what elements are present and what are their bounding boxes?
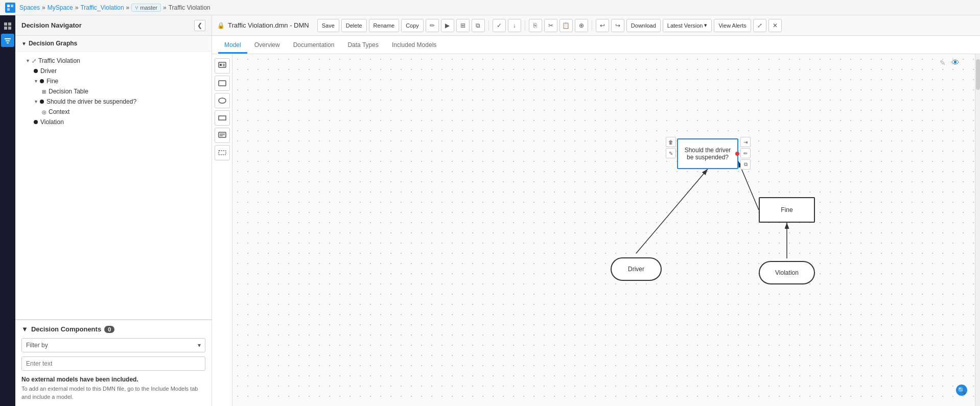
close-icon-btn[interactable]: ✕ (768, 19, 782, 32)
component-search-input[interactable] (21, 356, 205, 371)
node-suspended-label: Should the driverbe suspended? (685, 147, 731, 161)
breadcrumb-myspace[interactable]: MySpace (48, 4, 73, 11)
file-header: 🔒 Traffic Violation.dmn - DMN Save Delet… (212, 15, 980, 36)
tree-item-decision-table[interactable]: ⊞ Decision Table (15, 86, 212, 97)
delete-button[interactable]: Delete (341, 19, 367, 32)
tab-overview[interactable]: Overview (248, 38, 286, 54)
cut-icon-btn[interactable]: ✂ (544, 19, 557, 32)
nav-decision-icon[interactable] (1, 34, 14, 47)
breadcrumb-traffic-violation[interactable]: Traffic_Violation (80, 4, 124, 11)
node-driver[interactable]: Driver (611, 257, 662, 281)
tree-dot-suspended (40, 100, 44, 104)
tool-decision[interactable] (215, 76, 230, 91)
tabs-bar: Model Overview Documentation Data Types … (212, 36, 980, 54)
vertical-scrollbar[interactable] (975, 54, 980, 406)
tool-group[interactable] (215, 145, 230, 160)
tree-expand-icon: ▼ (26, 58, 30, 63)
node-should-suspended[interactable]: Should the driverbe suspended? (677, 138, 738, 169)
copy-button[interactable]: Copy (401, 19, 424, 32)
save-button[interactable]: Save (317, 19, 339, 32)
components-label: Decision Components (31, 325, 101, 333)
node-copy-icon[interactable]: ⧉ (740, 159, 751, 170)
tool-knowledge[interactable] (215, 110, 230, 126)
tool-text[interactable] (215, 128, 230, 143)
expand-icon-btn[interactable]: ⤢ (753, 19, 766, 32)
insert-icon-btn[interactable]: ⊕ (575, 19, 588, 32)
no-models-text: No external models have been included. (21, 376, 205, 383)
edit-icon-btn[interactable]: ✏ (426, 19, 439, 32)
components-arrow-icon: ▼ (21, 325, 28, 333)
context-icon: ◎ (42, 109, 46, 115)
components-header: ▼ Decision Components 0 (21, 325, 205, 333)
tab-model[interactable]: Model (218, 38, 247, 54)
tree-suspended-arrow: ▼ (34, 99, 38, 104)
node-info-icon[interactable]: ✏ (740, 148, 751, 158)
table-icon: ⊞ (42, 89, 46, 94)
toolbar-sep1 (488, 20, 489, 31)
node-connect-icon[interactable]: ⇥ (740, 137, 751, 147)
components-title: ▼ Decision Components 0 (21, 325, 114, 333)
rename-button[interactable]: Rename (369, 19, 400, 32)
tree-item-driver[interactable]: Driver (15, 66, 212, 76)
export-icon-btn[interactable]: ↓ (508, 19, 521, 32)
decision-components-section: ▼ Decision Components 0 Filter by ▾ No e… (15, 319, 212, 406)
tab-data-types[interactable]: Data Types (341, 38, 384, 54)
tree-item-fine[interactable]: ▼ Fine (15, 76, 212, 86)
svg-rect-11 (219, 81, 226, 86)
undo-icon-btn[interactable]: ↩ (596, 19, 609, 32)
tree-item-traffic-violation[interactable]: ▼ ⤢ Traffic Violation (15, 56, 212, 66)
node-fine[interactable]: Fine (759, 197, 815, 223)
app-logo[interactable] (5, 3, 15, 13)
tree-dot-fine (40, 79, 44, 83)
main-layout: Decision Navigator ❮ ▼ Decision Graphs ▼… (0, 15, 980, 406)
tab-documentation[interactable]: Documentation (287, 38, 341, 54)
node-delete-icon[interactable]: 🗑 (666, 137, 676, 147)
copy2-icon-btn[interactable]: ⧉ (472, 19, 485, 32)
tree-item-violation[interactable]: Violation (15, 117, 212, 127)
zoom-search-icon[interactable]: 🔍 (956, 385, 967, 396)
svg-rect-10 (223, 65, 225, 66)
view-alerts-button[interactable]: View Alerts (714, 19, 751, 32)
nav-home-icon[interactable] (1, 19, 14, 33)
tree-item-context[interactable]: ◎ Context (15, 107, 212, 117)
eye-icon[interactable]: 👁 (951, 58, 960, 67)
svg-rect-1 (11, 5, 13, 7)
decision-graphs-section-header[interactable]: ▼ Decision Graphs (15, 36, 212, 52)
run-icon-btn[interactable]: ▶ (441, 19, 454, 32)
filter-by-dropdown[interactable]: Filter by ▾ (21, 338, 205, 352)
connection-dot[interactable] (735, 152, 739, 156)
link-icon: ⤢ (32, 58, 36, 64)
tool-palette (212, 54, 232, 406)
node-violation[interactable]: Violation (759, 261, 815, 284)
svg-point-12 (219, 98, 226, 103)
tree-label-violation: Violation (40, 118, 64, 126)
redo-icon-btn[interactable]: ↪ (611, 19, 624, 32)
canvas-top-right-icons: ✎ 👁 (940, 58, 960, 67)
collapse-navigator-button[interactable]: ❮ (194, 20, 205, 31)
svg-rect-2 (7, 8, 10, 11)
latest-version-button[interactable]: Latest Version ▾ (663, 19, 712, 32)
tree-dot-violation (34, 120, 38, 124)
file-name: Traffic Violation.dmn - DMN (228, 21, 309, 29)
diagram-container: Should the driverbe suspended? 🗑 ✎ ⇥ ✏ ⧉ (212, 54, 980, 406)
grid-icon-btn[interactable]: ⊞ (456, 19, 470, 32)
scrollbar-thumb[interactable] (976, 59, 980, 90)
breadcrumb-spaces[interactable]: Spaces (19, 4, 40, 11)
navigator-header: Decision Navigator ❮ (15, 15, 212, 36)
tool-input[interactable] (215, 93, 230, 108)
tab-included-models[interactable]: Included Models (386, 38, 442, 54)
navigator-panel: Decision Navigator ❮ ▼ Decision Graphs ▼… (15, 15, 212, 406)
diagram-canvas[interactable]: Should the driverbe suspended? 🗑 ✎ ⇥ ✏ ⧉ (232, 54, 975, 406)
check-icon-btn[interactable]: ✓ (493, 19, 506, 32)
share-icon-btn[interactable]: ⎘ (529, 19, 542, 32)
node-edit-icon[interactable]: ✎ (666, 148, 676, 158)
download-button[interactable]: Download (626, 19, 661, 32)
node-actions: 🗑 ✎ (666, 137, 676, 158)
branch-selector[interactable]: ⑂ master (131, 4, 161, 12)
svg-rect-0 (7, 5, 10, 7)
file-title: 🔒 Traffic Violation.dmn - DMN (217, 21, 309, 29)
tool-select[interactable] (215, 58, 230, 74)
pencil-icon[interactable]: ✎ (940, 59, 946, 67)
paste-icon-btn[interactable]: 📋 (559, 19, 573, 32)
tree-item-suspended[interactable]: ▼ Should the driver be suspended? (15, 97, 212, 107)
